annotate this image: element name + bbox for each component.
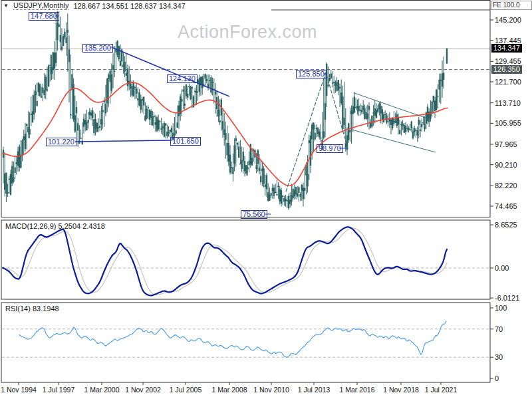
macd-axis-label: -6.0121: [495, 294, 519, 302]
price-annotation-label: 101.220: [46, 138, 76, 146]
price-annotation-label: 135.200: [82, 44, 113, 53]
macd-indicator-title: MACD(12,26,9) 5.2504 2.4318: [5, 222, 105, 230]
time-axis-label: 1 Mar 2000: [84, 386, 119, 394]
time-axis-label: 1 Nov 2002: [125, 386, 161, 394]
price-axis-label: 90.210: [495, 161, 517, 169]
price-annotation-label: 75.560: [241, 210, 267, 219]
price-annotation-label: 98.970: [317, 144, 343, 153]
chart-window: ▼ USDJPY,Monthly 128.667 134.551 128.637…: [0, 0, 532, 399]
time-axis-label: 1 Nov 2018: [383, 386, 419, 394]
time-axis-label: 1 Mar 2008: [211, 386, 247, 394]
ohlc-values: 128.667 134.551 128.637 134.347: [73, 2, 185, 10]
price-axis-label: 82.220: [495, 182, 517, 190]
annotation-line: [352, 130, 436, 152]
time-axis-label: 1 Jul 2005: [170, 386, 201, 394]
macd-panel-border: [1, 220, 490, 299]
price-axis-label: 113.710: [495, 99, 521, 107]
rsi-line: [19, 321, 446, 358]
price-annotation-label: 124.130: [167, 74, 198, 83]
price-annotation-label: 147.680: [29, 12, 59, 21]
time-axis-label: 1 Mar 2016: [339, 386, 374, 394]
rsi-axis-label: 0: [495, 374, 499, 382]
price-axis-label: 74.465: [495, 202, 517, 210]
price-axis-label: 97.965: [495, 140, 517, 148]
time-axis-label: 1 Nov 2010: [253, 386, 289, 394]
rsi-axis-label: 100: [495, 304, 507, 312]
price-level-tag: 126.350: [491, 65, 522, 74]
time-axis-label: 1 Jul 2021: [425, 386, 457, 394]
rsi-axis-label: 30: [495, 353, 503, 361]
macd-axis-label: 0.00: [495, 264, 509, 272]
time-axis-label: 1 Jul 2013: [298, 386, 330, 394]
price-annotation-label: 125.850: [296, 70, 327, 78]
macd-signal-line: [3, 228, 447, 295]
symbol-title: USDJPY,Monthly: [13, 1, 69, 10]
rsi-indicator-title: RSI(14) 83.1948: [5, 305, 59, 313]
price-axis-label: 145.200: [495, 16, 521, 24]
price-annotation-label: 101.650: [170, 137, 201, 146]
dropdown-triangle-icon: ▼: [3, 2, 9, 9]
rsi-axis-label: 70: [495, 325, 503, 333]
watermark: ActionForex.com: [148, 22, 347, 43]
macd-axis-label: 8.6525: [495, 221, 517, 229]
price-axis-label: 105.955: [495, 119, 521, 127]
quote-header: ▼ USDJPY,Monthly 128.667 134.551 128.637…: [3, 1, 186, 10]
time-axis-label: 1 Jul 1997: [43, 386, 74, 394]
price-axis-label: 121.700: [495, 78, 521, 86]
price-axis-label: 129.455: [495, 57, 521, 65]
annotation-line: [75, 140, 172, 142]
rsi-panel-border: [1, 303, 490, 382]
price-chart-canvas[interactable]: [0, 0, 532, 399]
time-axis-label: 1 Nov 1994: [1, 386, 37, 394]
current-price-tag: 134.347: [491, 44, 522, 53]
macd-main-line: [3, 227, 447, 295]
fib-extension-label: FE 100.0: [491, 1, 532, 10]
